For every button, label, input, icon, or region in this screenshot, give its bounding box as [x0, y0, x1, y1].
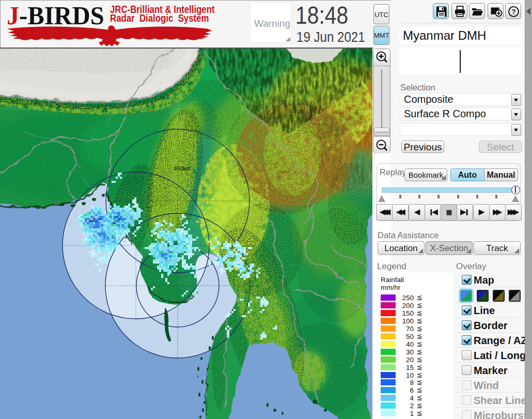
svg-text:450km: 450km: [174, 165, 191, 172]
svg-text:?: ?: [512, 8, 516, 15]
